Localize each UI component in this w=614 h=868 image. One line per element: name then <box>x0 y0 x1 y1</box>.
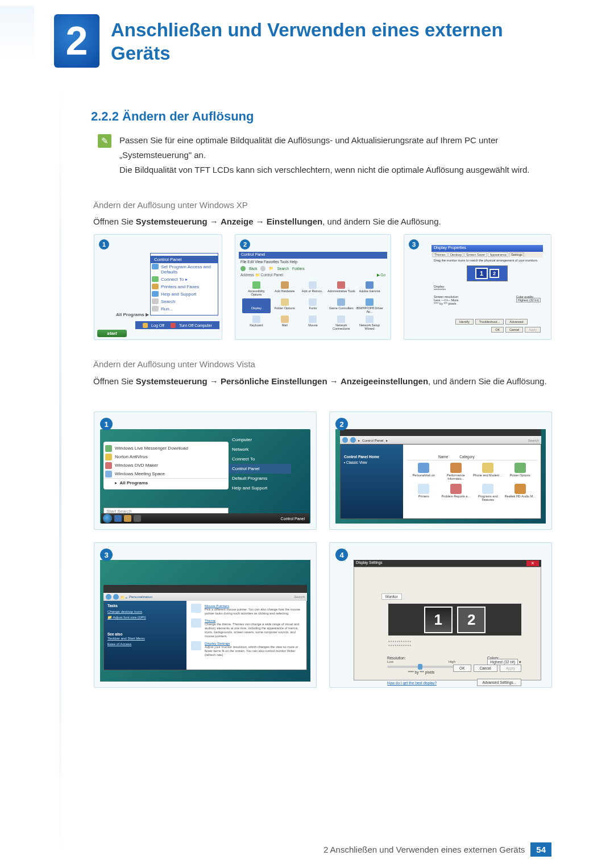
xp-screenshot-2: 2 Control Panel File Edit View Favorites… <box>235 234 391 340</box>
instruction-xp: Öffnen Sie Systemsteuerung → Anzeige → E… <box>93 215 548 229</box>
menu-item: Connect To ▸ <box>151 276 218 283</box>
intro-paragraph-1: Passen Sie für eine optimale Bildqualitä… <box>119 133 551 162</box>
step-badge: 2 <box>240 239 250 250</box>
close-icon: ✕ <box>526 560 539 566</box>
decorative-rule <box>59 85 61 857</box>
step-badge: 2 <box>335 418 348 430</box>
chapter-number: 2 <box>66 18 88 64</box>
vista-screenshot-4: 4 Display Settings ✕ Monitor 1 2 *******… <box>329 542 552 688</box>
window-title: Control Panel <box>239 252 387 259</box>
sidebar: Tasks Change desktop icons 📁 Adjust font… <box>104 593 186 670</box>
ok-row: OK Cancel Apply <box>453 665 521 672</box>
drag-text: Drag the monitor icons to match the phys… <box>434 259 541 262</box>
menu-item: Run... <box>151 305 218 313</box>
control-panel-title: Control Panel <box>151 256 218 263</box>
instruction-vista: Öffnen Sie Systemsteuerung → Persönliche… <box>93 374 551 389</box>
step-badge: 1 <box>99 239 109 250</box>
personalization-items: Mouse PointersPick a different mouse poi… <box>186 593 306 670</box>
menu-item: Search <box>151 298 218 305</box>
chapter-title: Anschließen und Verwenden eines externen… <box>111 18 520 65</box>
step-badge: 1 <box>100 418 113 430</box>
start-menu-left: Windows Live Messenger Download Norton A… <box>103 442 229 489</box>
section-title: 2.2.2 Ändern der Auflösung <box>91 109 254 124</box>
vista-screenshot-1: 1 Windows Live Messenger Download Norton… <box>94 412 317 530</box>
address-bar: Address 📁 Control Panel▶ Go <box>239 272 387 278</box>
xp-screenshot-1: 1 Control Panel Set Program Access and D… <box>94 234 222 340</box>
window-title: Display Settings ✕ <box>354 560 541 567</box>
subheading-xp: Ändern der Auflösung unter Windows XP <box>93 200 248 210</box>
toolbar: Back 📁 Search Folders <box>239 265 387 272</box>
decorative-gradient <box>0 6 34 63</box>
section-heading: Ändern der Auflösung <box>122 109 254 123</box>
intro-paragraph-2: Die Bildqualität von TFT LCDs kann sich … <box>119 163 551 177</box>
monitor-preview: 1 2 <box>467 265 508 281</box>
address-bar: 📁 « Personalization Search <box>103 593 307 601</box>
control-panel-icons: Accessibility Options Add Hardware Add o… <box>242 281 384 330</box>
monitor-name-dots: *********** *********** <box>388 640 412 648</box>
section-number: 2.2.2 <box>91 109 119 123</box>
help-link: How do I get the best display? <box>387 681 437 685</box>
step-badge: 4 <box>335 549 348 561</box>
info-icon: ✎ <box>98 134 111 148</box>
menu-item: Printers and Faxes <box>151 283 218 290</box>
step-badge: 3 <box>100 549 113 561</box>
monitor-preview: 1 2 <box>388 604 521 636</box>
window-title: Display Properties <box>432 245 543 252</box>
all-programs: All Programs ▶ <box>116 312 149 317</box>
xp-screenshots: 1 Control Panel Set Program Access and D… <box>94 234 552 340</box>
step-badge: 3 <box>409 239 419 250</box>
start-menu: Control Panel Set Program Access and Def… <box>150 253 218 315</box>
button-row: IdentifyTroubleshoot...Advanced <box>455 319 528 325</box>
xp-screenshot-3: 3 Display Properties ThemesDesktopScreen… <box>404 234 551 340</box>
menu-item: Set Program Access and Defaults <box>151 263 218 276</box>
ok-row: OKCancelApply <box>491 327 541 333</box>
vista-screenshot-3: 3 📁 « Personalization Search Tasks Chang… <box>94 542 317 688</box>
logoff-bar: Log Off Turn Off Computer <box>135 321 219 329</box>
start-button: start <box>97 330 127 337</box>
vista-screenshots: 1 Windows Live Messenger Download Norton… <box>94 412 552 688</box>
taskbar: Control Panel <box>101 513 309 524</box>
footer-text: 2 Anschließen und Verwenden eines extern… <box>323 845 525 854</box>
page: 2 Anschließen und Verwenden eines extern… <box>0 0 614 868</box>
vista-screenshot-2: 2 ▸ Control Panel ▸ Search Control Panel… <box>329 412 552 530</box>
control-panel-icons: NameCategory Personalizati on Performanc… <box>403 445 541 518</box>
tab-monitor: Monitor <box>381 593 402 600</box>
display-section: Display:********** <box>434 285 446 292</box>
start-menu-right: Computer Network Connect To Control Pane… <box>229 435 291 493</box>
resolution-row: Screen resolution Less —⊡— More **** by … <box>434 295 541 305</box>
menu-bar: File Edit View Favorites Tools Help <box>239 259 387 264</box>
address-bar: ▸ Control Panel ▸ Search <box>340 436 541 444</box>
sidebar: Control Panel Home • Classic View <box>341 445 403 518</box>
advanced-button: Advanced Settings... <box>477 679 521 686</box>
menu-item: Help and Support <box>151 290 218 298</box>
footer: 2 Anschließen und Verwenden eines extern… <box>323 842 551 857</box>
start-orb-icon <box>103 514 112 523</box>
page-number: 54 <box>530 842 551 857</box>
chapter-badge: 2 <box>54 14 99 68</box>
tabs: ThemesDesktopScreen SaverAppearanceSetti… <box>432 252 543 258</box>
subheading-vista: Ändern der Auflösung unter Windows Vista <box>93 359 255 369</box>
